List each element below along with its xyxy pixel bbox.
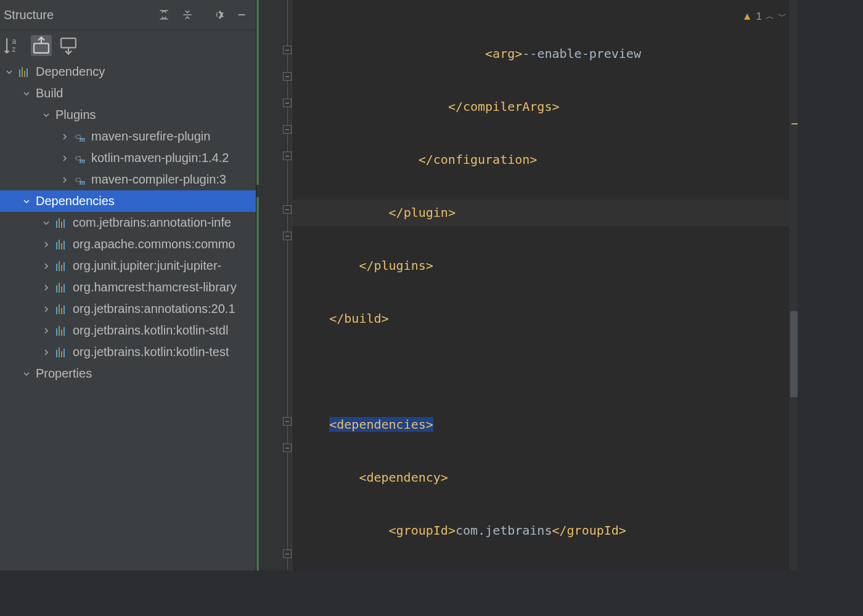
- svg-rect-6: [24, 71, 25, 77]
- sidebar-header: Structure: [0, 0, 256, 30]
- fold-toggle-icon[interactable]: [283, 152, 292, 160]
- sort-alpha-icon[interactable]: az: [4, 35, 25, 56]
- bars-icon: [55, 303, 68, 315]
- warning-marker[interactable]: [791, 123, 798, 124]
- tree-label: kotlin-maven-plugin:1.4.2: [91, 151, 229, 165]
- chevron-right-icon: [59, 153, 70, 164]
- code-token: </compilerArgs>: [448, 99, 560, 114]
- chevron-right-icon: [41, 282, 52, 293]
- svg-rect-5: [22, 67, 23, 77]
- svg-rect-35: [56, 350, 57, 357]
- tree-node-dependency-item[interactable]: org.junit.jupiter:junit-jupiter-: [0, 255, 256, 277]
- svg-rect-22: [63, 262, 65, 271]
- tree-node-dependency-item[interactable]: org.hamcrest:hamcrest-library: [0, 277, 256, 298]
- svg-text:a: a: [12, 37, 17, 46]
- svg-rect-29: [61, 308, 62, 314]
- bars-icon: [18, 66, 31, 78]
- tree-label: com.jetbrains:annotation-infe: [73, 216, 231, 230]
- next-highlight-icon[interactable]: ﹀: [778, 11, 787, 22]
- tree-node-dependency[interactable]: Dependency: [0, 61, 256, 83]
- fold-toggle-icon[interactable]: [283, 46, 292, 54]
- tree-label: Dependencies: [36, 194, 115, 208]
- svg-rect-14: [63, 219, 65, 228]
- chevron-right-icon: [41, 239, 52, 250]
- scrollbar-thumb[interactable]: [790, 311, 798, 397]
- svg-rect-15: [56, 242, 57, 249]
- plugin-icon: m: [74, 174, 86, 186]
- autoscroll-from-source-icon[interactable]: [58, 35, 79, 56]
- svg-rect-24: [59, 283, 60, 293]
- chevron-down-icon: [21, 88, 32, 99]
- code-token: </configuration>: [419, 152, 538, 167]
- code-editor[interactable]: <arg>--enable-preview </compilerArgs> </…: [256, 0, 798, 570]
- svg-rect-21: [61, 265, 62, 271]
- autoscroll-to-source-icon[interactable]: [31, 35, 52, 56]
- chevron-down-icon: [21, 196, 32, 207]
- fold-toggle-icon[interactable]: [283, 417, 292, 426]
- svg-rect-13: [61, 222, 62, 228]
- fold-toggle-icon[interactable]: [283, 232, 292, 240]
- fold-toggle-icon[interactable]: [283, 205, 292, 214]
- svg-rect-4: [19, 70, 20, 77]
- svg-rect-28: [59, 304, 60, 314]
- plugin-icon: m: [74, 131, 86, 143]
- bars-icon: [55, 217, 68, 229]
- svg-rect-33: [61, 330, 62, 336]
- structure-sidebar: Structure az Dependency: [0, 0, 256, 570]
- tree-node-plugin[interactable]: m maven-compiler-plugin:3: [0, 169, 256, 190]
- prev-highlight-icon[interactable]: ︿: [766, 11, 774, 22]
- svg-rect-37: [61, 351, 62, 357]
- tree-node-plugin[interactable]: m kotlin-maven-plugin:1.4.2: [0, 147, 256, 169]
- chevron-right-icon: [41, 261, 52, 272]
- fold-toggle-icon[interactable]: [283, 72, 292, 81]
- svg-rect-38: [63, 349, 65, 357]
- tree-node-dependency-item[interactable]: org.jetbrains:annotations:20.1: [0, 298, 256, 320]
- error-stripe[interactable]: [789, 0, 798, 570]
- svg-rect-17: [61, 243, 62, 249]
- tree-node-dependency-item[interactable]: com.jetbrains:annotation-infe: [0, 212, 256, 233]
- plugin-icon: m: [74, 152, 86, 164]
- tree-node-dependency-item[interactable]: org.apache.commons:commo: [0, 233, 256, 255]
- fold-toggle-icon[interactable]: [283, 125, 292, 134]
- code-token: </plugins>: [359, 258, 433, 273]
- tree-node-plugin[interactable]: m maven-surefire-plugin: [0, 126, 256, 147]
- svg-rect-30: [63, 306, 65, 314]
- fold-toggle-icon[interactable]: [283, 99, 292, 107]
- tree-node-properties[interactable]: Properties: [0, 363, 256, 384]
- tree-node-build[interactable]: Build: [0, 83, 256, 104]
- minimize-icon[interactable]: [231, 4, 252, 25]
- svg-rect-36: [59, 347, 60, 357]
- fold-toggle-icon[interactable]: [283, 444, 292, 452]
- svg-rect-31: [56, 328, 57, 336]
- svg-rect-19: [56, 264, 57, 271]
- fold-toggle-icon[interactable]: [283, 549, 292, 558]
- tree-node-dependency-item[interactable]: org.jetbrains.kotlin:kotlin-test: [0, 341, 256, 363]
- tree-node-dependencies[interactable]: Dependencies: [0, 190, 256, 212]
- svg-rect-18: [63, 241, 65, 249]
- warning-icon: ▲: [742, 10, 753, 23]
- svg-rect-2: [34, 44, 49, 53]
- chevron-right-icon: [59, 174, 70, 185]
- svg-rect-3: [61, 38, 76, 47]
- code-token: </groupId>: [552, 523, 626, 538]
- editor-gutter[interactable]: [256, 0, 292, 570]
- svg-rect-12: [59, 218, 60, 228]
- bars-icon: [55, 260, 68, 272]
- chevron-right-icon: [41, 347, 52, 358]
- svg-rect-27: [56, 307, 57, 314]
- tree-node-plugins[interactable]: Plugins: [0, 104, 256, 126]
- code-token: com.jetbrains: [456, 523, 552, 538]
- collapse-all-icon[interactable]: [177, 4, 198, 25]
- code-token: <dependencies>: [329, 417, 433, 432]
- settings-icon[interactable]: [208, 4, 229, 25]
- expand-all-icon[interactable]: [153, 4, 174, 25]
- editor-status-indicators[interactable]: ▲ 1 ︿ ﹀: [742, 10, 787, 23]
- chevron-down-icon: [41, 110, 52, 121]
- tree-node-dependency-item[interactable]: org.jetbrains.kotlin:kotlin-stdl: [0, 320, 256, 341]
- warning-count: 1: [756, 10, 762, 23]
- tree-label: Properties: [36, 367, 92, 381]
- code-token: <dependency>: [359, 470, 448, 485]
- code-text[interactable]: <arg>--enable-preview </compilerArgs> </…: [292, 0, 798, 570]
- tree-label: Dependency: [36, 65, 105, 79]
- chevron-down-icon: [4, 67, 15, 78]
